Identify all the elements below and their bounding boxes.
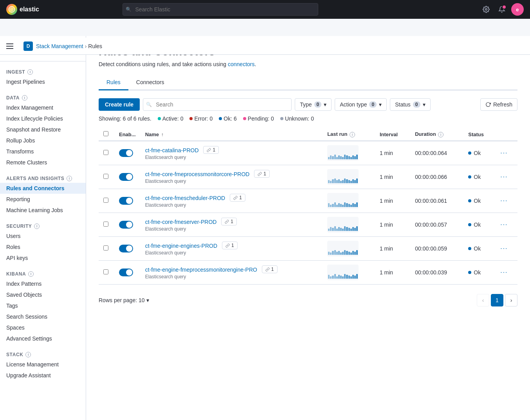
sidebar-item-search-sessions[interactable]: Search Sessions bbox=[0, 311, 86, 322]
rule-name-4[interactable]: ct-fme-engine-engines-PROD bbox=[145, 243, 217, 249]
connector-badge-2: 1 bbox=[230, 194, 245, 202]
sparkline-bar bbox=[352, 227, 354, 231]
alerts-info-icon[interactable]: i bbox=[67, 176, 72, 181]
prev-page-button[interactable]: ‹ bbox=[477, 294, 489, 306]
rule-toggle-4[interactable] bbox=[119, 245, 133, 252]
sidebar-item-upgrade-assistant[interactable]: Upgrade Assistant bbox=[0, 370, 86, 381]
sidebar-item-index-lifecycle-policies[interactable]: Index Lifecycle Policies bbox=[0, 113, 86, 124]
select-all-checkbox[interactable] bbox=[103, 131, 108, 136]
header-name-col[interactable]: Name ↑ bbox=[141, 128, 323, 141]
tab-connectors[interactable]: Connectors bbox=[128, 75, 172, 90]
settings-icon-btn[interactable] bbox=[480, 3, 492, 16]
data-info-icon[interactable]: i bbox=[22, 95, 27, 101]
status-dot-0 bbox=[468, 151, 471, 155]
sidebar-item-index-management[interactable]: Index Management bbox=[0, 102, 86, 113]
sidebar-item-roles[interactable]: Roles bbox=[0, 242, 86, 252]
create-rule-button[interactable]: Create rule bbox=[99, 98, 140, 111]
sidebar-item-transforms[interactable]: Transforms bbox=[0, 146, 86, 157]
rule-name-5[interactable]: ct-fme-engine-fmeprocessmonitorengine-PR… bbox=[145, 267, 257, 273]
sidebar-item-reporting[interactable]: Reporting bbox=[0, 194, 86, 205]
rule-type-4: Elasticsearch query bbox=[145, 250, 318, 256]
row-actions-menu-2[interactable]: ··· bbox=[500, 197, 508, 204]
sidebar-item-rollup-jobs[interactable]: Rollup Jobs bbox=[0, 135, 86, 146]
sidebar-item-index-patterns[interactable]: Index Patterns bbox=[0, 278, 86, 289]
sidebar-item-license-management[interactable]: License Management bbox=[0, 359, 86, 370]
notifications-icon-btn[interactable] bbox=[496, 3, 508, 16]
pending-count: 0 bbox=[271, 115, 274, 122]
sidebar-item-tags[interactable]: Tags bbox=[0, 300, 86, 311]
sparkline-bar bbox=[328, 229, 330, 231]
tab-rules[interactable]: Rules bbox=[99, 75, 128, 90]
sidebar-section-title-alerts: Alerts and Insights i bbox=[0, 174, 86, 183]
rows-per-page-control[interactable]: Rows per page: 10 ▾ bbox=[99, 297, 149, 303]
duration-info-icon[interactable]: i bbox=[438, 132, 443, 137]
refresh-label: Refresh bbox=[493, 101, 512, 108]
connectors-link[interactable]: connectors bbox=[228, 61, 254, 67]
row-actions-menu-5[interactable]: ··· bbox=[500, 269, 508, 276]
stack-info-icon[interactable]: i bbox=[25, 352, 31, 357]
row-actions-menu-0[interactable]: ··· bbox=[500, 150, 508, 156]
action-type-filter-button[interactable]: Action type 0 ▾ bbox=[335, 98, 387, 111]
sidebar-item-spaces[interactable]: Spaces bbox=[0, 322, 86, 333]
rule-toggle-1[interactable] bbox=[119, 173, 133, 181]
sparkline-bar bbox=[346, 251, 348, 255]
global-search[interactable] bbox=[123, 3, 318, 16]
user-avatar[interactable]: e bbox=[511, 3, 524, 16]
row-checkbox-0[interactable] bbox=[103, 150, 108, 155]
row-checkbox-3[interactable] bbox=[103, 222, 108, 227]
rule-name-3[interactable]: ct-fme-core-fmeserver-PROD bbox=[145, 219, 217, 225]
active-dot bbox=[158, 117, 161, 120]
rule-toggle-2[interactable] bbox=[119, 197, 133, 205]
row-checkbox-4[interactable] bbox=[103, 245, 108, 251]
sparkline-bar bbox=[348, 204, 350, 207]
sidebar-item-api-keys[interactable]: API keys bbox=[0, 252, 86, 263]
sidebar-item-ingest-pipelines[interactable]: Ingest Pipelines bbox=[0, 76, 86, 87]
sidebar-item-users[interactable]: Users bbox=[0, 231, 86, 242]
row-actions-menu-3[interactable]: ··· bbox=[500, 221, 508, 228]
rule-toggle-3[interactable] bbox=[119, 221, 133, 229]
rule-name-0[interactable]: ct-fme-catalina-PROD bbox=[145, 147, 199, 153]
last-run-sparkline-5 bbox=[327, 265, 359, 280]
row-actions-menu-1[interactable]: ··· bbox=[500, 173, 508, 180]
app-logo[interactable]: elastic bbox=[6, 4, 39, 15]
sparkline-bar bbox=[338, 155, 340, 159]
sidebar-item-remote-clusters[interactable]: Remote Clusters bbox=[0, 157, 86, 168]
sidebar-item-saved-objects[interactable]: Saved Objects bbox=[0, 289, 86, 300]
search-wrapper bbox=[143, 98, 292, 111]
search-input[interactable] bbox=[143, 98, 292, 111]
unknown-count: 0 bbox=[311, 115, 314, 122]
security-info-icon[interactable]: i bbox=[34, 224, 40, 229]
row-checkbox-2[interactable] bbox=[103, 198, 108, 203]
breadcrumb-stack-management[interactable]: Stack Management bbox=[36, 43, 83, 49]
sparkline-bar bbox=[348, 156, 350, 159]
status-filter-button[interactable]: Status 0 ▾ bbox=[390, 98, 430, 111]
sidebar-item-advanced-settings[interactable]: Advanced Settings bbox=[0, 333, 86, 344]
sidebar-item-rules-connectors[interactable]: Rules and Connectors bbox=[0, 183, 86, 194]
refresh-button[interactable]: Refresh bbox=[480, 98, 517, 111]
next-page-button[interactable]: › bbox=[505, 294, 517, 306]
page-1-button[interactable]: 1 bbox=[491, 294, 503, 306]
unknown-dot bbox=[280, 117, 283, 120]
row-actions-menu-4[interactable]: ··· bbox=[500, 245, 508, 252]
rule-toggle-5[interactable] bbox=[119, 269, 133, 276]
deployment-badge[interactable]: D bbox=[23, 41, 33, 51]
status-dot-3 bbox=[468, 223, 471, 226]
showing-text: Showing: 6 of 6 rules. bbox=[99, 115, 151, 122]
table-row: ct-fme-core-fmeserver-PROD 1 Elasticsear… bbox=[99, 213, 517, 237]
rule-name-1[interactable]: ct-fme-core-fmeprocessmonitorcore-PROD bbox=[145, 171, 250, 177]
row-checkbox-5[interactable] bbox=[103, 269, 108, 274]
row-checkbox-1[interactable] bbox=[103, 174, 108, 179]
kibana-info-icon[interactable]: i bbox=[28, 271, 34, 277]
sparkline-bar bbox=[334, 178, 336, 183]
sidebar-item-snapshot-restore[interactable]: Snapshot and Restore bbox=[0, 124, 86, 135]
sidebar-section-title-data: Data i bbox=[0, 94, 86, 102]
name-sort-icon: ↑ bbox=[161, 132, 164, 137]
lastrun-info-icon[interactable]: i bbox=[350, 132, 355, 137]
sidebar-item-ml-jobs[interactable]: Machine Learning Jobs bbox=[0, 205, 86, 216]
menu-toggle-button[interactable] bbox=[6, 40, 19, 52]
rule-toggle-0[interactable] bbox=[119, 149, 133, 157]
ingest-info-icon[interactable]: i bbox=[27, 69, 33, 75]
global-search-input[interactable] bbox=[123, 3, 318, 16]
type-filter-button[interactable]: Type 0 ▾ bbox=[295, 98, 332, 111]
rule-name-2[interactable]: ct-fme-core-fmescheduler-PROD bbox=[145, 195, 225, 201]
